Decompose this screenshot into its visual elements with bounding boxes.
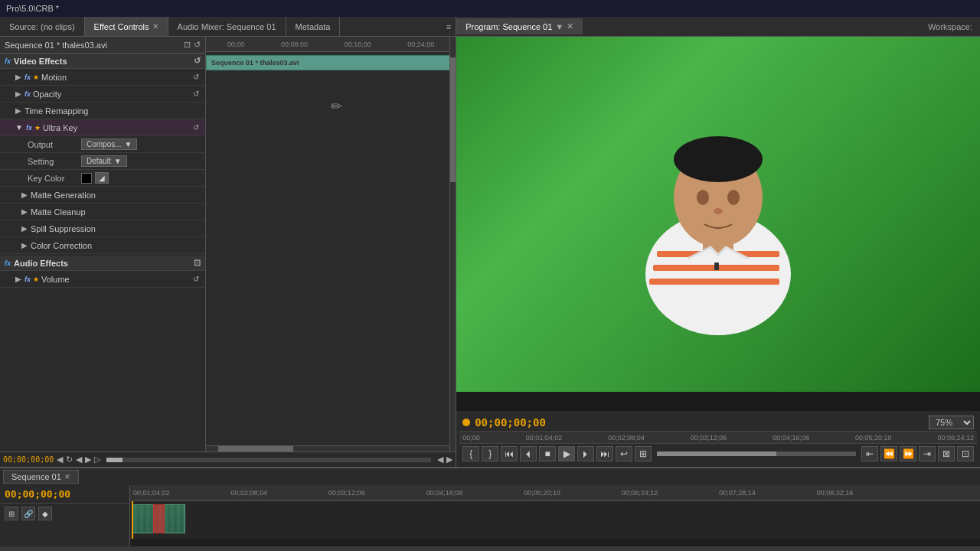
person-graphic — [611, 98, 825, 350]
play-in-icon[interactable]: ◀ — [57, 455, 63, 465]
eyedropper-button[interactable]: ◢ — [95, 172, 109, 184]
sequence-icon-2[interactable]: ↺ — [194, 40, 201, 50]
left-scroll[interactable]: ◀ — [437, 455, 443, 465]
reset-volume[interactable]: ↺ — [193, 275, 199, 283]
playhead — [132, 501, 133, 539]
btn-mark-in[interactable]: { — [462, 446, 479, 461]
seq-tab-01[interactable]: Sequence 01 ✕ — [3, 470, 79, 484]
playback-progress[interactable] — [657, 452, 856, 456]
svg-point-8 — [714, 208, 723, 214]
svg-rect-10 — [714, 262, 719, 270]
btn-stop[interactable]: ■ — [539, 446, 556, 461]
clip-bar: Sequence 01 * thales03.avi — [206, 55, 456, 70]
zoom-select[interactable]: 75% 50% 100% — [929, 416, 974, 429]
star-icon-ultra-key: ★ — [34, 124, 41, 132]
timeline-scrollbar-v[interactable] — [449, 37, 456, 452]
video-preview — [456, 37, 980, 411]
tab-close-effect[interactable]: ✕ — [152, 22, 158, 31]
btn-r1[interactable]: ⇤ — [861, 446, 878, 461]
clip-in-out-marker — [153, 504, 165, 533]
prog-ruler-5: 00;05;20;10 — [855, 434, 892, 442]
reset-motion[interactable]: ↺ — [193, 73, 199, 81]
bottom-controls: 00;00;00;00 ◀ ↻ ◀ ▶ ▷ ◀ ▶ — [0, 452, 456, 467]
reset-ultra-key[interactable]: ↺ — [193, 123, 199, 132]
right-scroll[interactable]: ▶ — [446, 455, 452, 465]
btn-play[interactable]: ▶ — [558, 446, 575, 461]
loop-icon[interactable]: ↻ — [66, 455, 73, 465]
effect-row-ultra-key[interactable]: ▼ fx ★ Ultra Key ↺ — [0, 119, 205, 136]
program-close-icon[interactable]: ✕ — [567, 21, 573, 31]
btn-mark-out[interactable]: } — [482, 446, 498, 461]
link-btn[interactable]: 🔗 — [21, 507, 35, 520]
scrollbar-thumb[interactable] — [218, 446, 293, 452]
timeline-tracks: 00;01;04;02 00;02;08;04 00;03;12;06 00;0… — [130, 485, 980, 546]
tabs-menu-icon[interactable]: ≡ — [442, 22, 456, 31]
tr-2: 00;03;12;06 — [328, 489, 365, 497]
btn-r4[interactable]: ⇥ — [919, 446, 936, 461]
frame-back-icon[interactable]: ◀ — [76, 455, 82, 465]
arrow-matte-cleanup: ▶ — [21, 207, 28, 216]
arrow-spill-suppress: ▶ — [21, 224, 28, 233]
color-swatch[interactable] — [81, 173, 92, 184]
program-tab-sequence[interactable]: Program: Sequence 01 ▼ ✕ — [456, 18, 583, 34]
btn-r6[interactable]: ⊡ — [957, 446, 974, 461]
effect-left-panel: Sequence 01 * thales03.avi ⊡ ↺ fx Video … — [0, 37, 205, 452]
video-effects-header: fx Video Effects ↺ — [0, 54, 205, 69]
btn-r5[interactable]: ⊠ — [938, 446, 955, 461]
tab-audio-mixer[interactable]: Audio Mixer: Sequence 01 — [168, 17, 286, 36]
effect-row-time-remap[interactable]: ▶ Time Remapping — [0, 103, 205, 119]
tab-effect-controls[interactable]: Effect Controls ✕ — [85, 17, 168, 36]
add-mark-btn[interactable]: ◆ — [38, 507, 52, 520]
program-dropdown-icon[interactable]: ▼ — [555, 22, 564, 31]
play-out-icon[interactable]: ▶ — [85, 455, 91, 465]
prog-ruler-0: 00;00 — [462, 434, 480, 442]
svg-point-7 — [727, 190, 740, 205]
effect-row-volume[interactable]: ▶ fx ★ Volume ↺ — [0, 271, 205, 288]
setting-dropdown[interactable]: Default ▼ — [81, 155, 127, 167]
audio-effects-header: fx Audio Effects ⊡ — [0, 256, 205, 271]
video-effects-reset[interactable]: ↺ — [194, 56, 201, 66]
effect-row-motion[interactable]: ▶ fx ★ Motion ↺ — [0, 69, 205, 86]
program-ruler: 00;00 00;01;04;02 00;02;08;04 00;03;12;0… — [459, 432, 977, 444]
seq-tab-close[interactable]: ✕ — [64, 473, 70, 481]
sequence-tabs: Sequence 01 ✕ — [0, 467, 980, 485]
snap-btn[interactable]: ⊞ — [5, 507, 18, 520]
btn-safe-margins[interactable]: ⊞ — [635, 446, 652, 461]
btn-step-back[interactable]: ⏴ — [520, 446, 537, 461]
title-text: Pro\5.0\CRB * — [6, 4, 59, 13]
arrow-ultra-key: ▼ — [15, 123, 23, 132]
arrow-motion: ▶ — [15, 73, 21, 81]
output-dropdown[interactable]: Compos... ▼ — [81, 139, 137, 150]
ruler-mark-0: 00;00 — [227, 41, 245, 48]
svg-point-6 — [697, 190, 709, 205]
btn-r3[interactable]: ⏩ — [900, 446, 916, 461]
star-icon-motion: ★ — [33, 73, 39, 81]
btn-r2[interactable]: ⏪ — [880, 446, 897, 461]
sequence-bar: Sequence 01 * thales03.avi ⊡ ↺ — [0, 37, 205, 54]
color-correction-row[interactable]: ▶ Color Correction — [0, 237, 205, 254]
reset-opacity[interactable]: ↺ — [193, 90, 199, 98]
timeline-scrollbar-h[interactable] — [206, 445, 456, 452]
effect-row-opacity[interactable]: ▶ fx Opacity ↺ — [0, 86, 205, 103]
bottom-progress[interactable] — [106, 458, 431, 462]
matte-cleanup-row[interactable]: ▶ Matte Cleanup — [0, 204, 205, 220]
btn-step-fwd[interactable]: ⏵ — [577, 446, 594, 461]
spill-suppression-row[interactable]: ▶ Spill Suppression — [0, 220, 205, 237]
tab-source[interactable]: Source: (no clips) — [0, 17, 85, 36]
btn-loop[interactable]: ↩ — [616, 446, 632, 461]
scrollbar-v-thumb[interactable] — [450, 57, 456, 182]
audio-effects-reset[interactable]: ⊡ — [194, 258, 201, 268]
arrow-matte-gen: ▶ — [21, 191, 28, 199]
dropdown-arrow-setting: ▼ — [114, 157, 122, 165]
fx-icon-ultra-key: fx — [26, 124, 32, 132]
bottom-timecode: 00;00;00;00 — [3, 455, 54, 464]
export-icon[interactable]: ▷ — [94, 455, 100, 465]
btn-go-in[interactable]: ⏮ — [501, 446, 518, 461]
sequence-icon-1[interactable]: ⊡ — [184, 40, 191, 50]
workspace-label: Workspace: — [920, 22, 980, 31]
tr-7: 00;08;32;16 — [817, 489, 854, 497]
matte-generation-row[interactable]: ▶ Matte Generation — [0, 187, 205, 204]
tab-metadata[interactable]: Metadata — [286, 17, 341, 36]
track-ruler: 00;01;04;02 00;02;08;04 00;03;12;06 00;0… — [130, 485, 980, 500]
btn-go-out[interactable]: ⏭ — [596, 446, 613, 461]
